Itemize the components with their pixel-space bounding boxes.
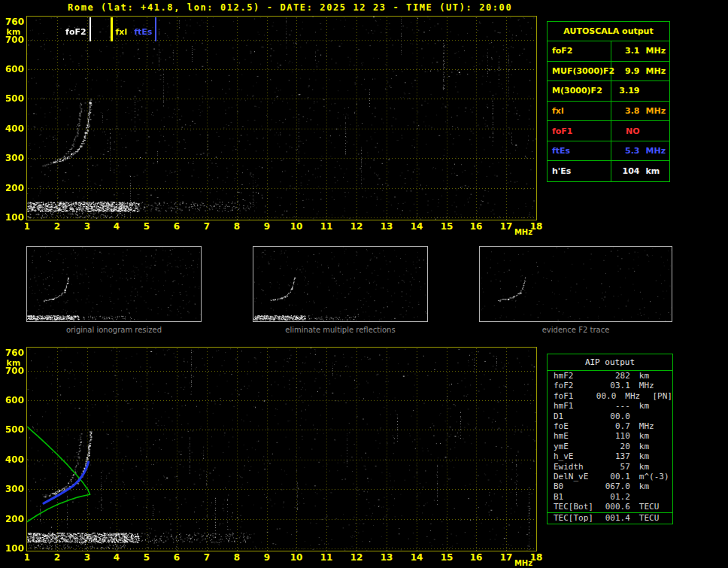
x-axis-tick-label-bottom: 2 [49, 552, 65, 563]
autoscala-row-ftEs: ftEs5.3MHz [548, 141, 669, 162]
x-axis-tick-label-bottom: 16 [468, 552, 484, 563]
aip-row-Ewidth: Ewidth57km [548, 462, 672, 472]
y-axis-tick-label-bottom: 300 [3, 484, 24, 494]
autoscala-row-foF1: foF1NO [548, 121, 669, 141]
aip-param-unit: TECU [639, 513, 672, 524]
aip-row-B0: B0067.0km [548, 481, 672, 491]
aip-row-tec-top: TEC[Top]001.4TECU [548, 513, 672, 524]
aip-param-name: B1 [554, 492, 604, 502]
aip-param-name: DelN_vE [554, 472, 604, 481]
aip-param-unit: km [639, 431, 672, 441]
y-axis-tick-label-bottom: 400 [3, 454, 24, 465]
aip-row-D1: D100.0 [548, 412, 672, 421]
thumbnail-f2-trace-caption: evidence F2 trace [479, 326, 672, 334]
aip-param-name: foF1 [554, 391, 595, 401]
autoscala-row-MUF(3000)F2: MUF(3000)F29.9MHz [548, 62, 669, 82]
foF2-marker-line [89, 17, 91, 41]
aip-row-tec-bot: TEC[Bot]000.6TECU [548, 502, 672, 512]
y-axis-tick-label-bottom: 500 [3, 424, 24, 435]
x-axis-tick-label-bottom: 1 [19, 552, 35, 563]
x-axis-tick-label-bottom: 10 [288, 552, 305, 563]
aip-param-flag: [PN] [653, 391, 673, 401]
aip-param-value: 00.1 [604, 472, 630, 481]
autoscala-row-foF2: foF23.1MHz [548, 41, 669, 62]
y-axis-unit-label-top: km [3, 27, 24, 37]
autoscala-value-unit: MHz [646, 66, 669, 76]
x-axis-tick-label-bottom: 3 [79, 552, 96, 563]
autoscala-value-number: 5.3 [613, 146, 640, 156]
autoscala-value-number: NO [613, 126, 640, 136]
aip-param-unit: m^(-3) [639, 472, 672, 481]
x-axis-unit-label-top: MHz [512, 228, 535, 236]
aip-param-unit: km [639, 481, 672, 491]
aip-param-unit: km [639, 451, 672, 461]
y-axis-tick-label-bottom: 760 [3, 348, 24, 358]
aip-param-value: 00.0 [595, 391, 616, 401]
autoscala-value-cell: 3.8MHz [611, 102, 669, 121]
aip-row-DelN_vE: DelN_vE00.1m^(-3) [548, 472, 672, 481]
aip-param-name: TEC[Bot] [554, 502, 604, 512]
aip-param-name: ymE [554, 442, 604, 451]
y-axis-tick-label-top: 600 [3, 64, 24, 74]
autoscala-table-title: AUTOSCALA output [548, 22, 669, 41]
x-axis-tick-label-bottom: 8 [229, 552, 245, 563]
aip-param-name: hmF2 [554, 371, 604, 381]
x-axis-tick-label-top: 11 [318, 221, 335, 232]
aip-row-B1: B101.2 [548, 492, 672, 502]
aip-param-unit: km [639, 401, 672, 411]
aip-param-name: B0 [554, 481, 604, 491]
aip-row-hmF1: hmF1---km [548, 401, 672, 411]
autoscala-value-number: 3.1 [613, 46, 640, 56]
x-axis-tick-label-top: 15 [438, 221, 455, 232]
autoscala-row-h'Es: h'Es104km [548, 161, 669, 181]
aip-param-name: h_vE [554, 451, 604, 461]
aip-row-foF2: foF203.1MHz [548, 381, 672, 390]
x-axis-tick-label-top: 8 [229, 221, 245, 232]
bottom-ionogram-canvas [27, 348, 536, 551]
y-axis-tick-label-bottom: 200 [3, 514, 24, 524]
aip-param-value: 000.6 [604, 502, 630, 512]
y-axis-unit-label-bottom: km [3, 358, 24, 368]
autoscala-value-cell: NO [611, 121, 669, 141]
autoscala-value-number: 3.19 [613, 86, 640, 96]
x-axis-tick-label-bottom: 4 [108, 552, 125, 563]
x-axis-tick-label-bottom: 14 [408, 552, 425, 563]
autoscala-value-cell: 9.9MHz [611, 62, 669, 81]
aip-rows-container: hmF2282kmfoF203.1MHzfoF100.0MHz[PN]hmF1-… [548, 371, 672, 524]
ftEs-marker-line [155, 17, 156, 41]
autoscala-value-number: 3.8 [613, 106, 640, 116]
x-axis-tick-label-top: 1 [19, 221, 35, 232]
autoscala-param-cell: M(3000)F2 [548, 81, 611, 101]
aip-table: AIP output hmF2282kmfoF203.1MHzfoF100.0M… [547, 354, 673, 524]
aip-param-name: Ewidth [554, 462, 604, 472]
autoscala-row-M(3000)F2: M(3000)F23.19 [548, 81, 669, 102]
aip-param-value: 001.4 [604, 513, 630, 524]
autoscala-table: AUTOSCALA output foF23.1MHzMUF(3000)F29.… [547, 21, 670, 182]
aip-param-name: hmF1 [554, 401, 604, 411]
aip-param-value: 282 [604, 371, 630, 381]
x-axis-tick-label-bottom: 12 [348, 552, 365, 563]
aip-param-value: 20 [604, 442, 630, 451]
x-axis-tick-label-top: 4 [108, 221, 125, 232]
autoscala-param-cell: MUF(3000)F2 [548, 62, 611, 81]
aip-param-name: TEC[Top] [554, 513, 604, 524]
aip-param-value: 067.0 [604, 481, 630, 491]
aip-param-unit: MHz [639, 421, 672, 431]
aip-param-value: 00.0 [604, 412, 630, 421]
x-axis-tick-label-bottom: 15 [438, 552, 455, 563]
x-axis-tick-label-top: 12 [348, 221, 365, 232]
autoscala-value-unit: MHz [646, 46, 669, 56]
aip-param-name: foF2 [554, 381, 604, 390]
x-axis-tick-label-top: 16 [468, 221, 484, 232]
x-axis-tick-label-top: 2 [49, 221, 65, 232]
x-axis-tick-label-bottom: 7 [199, 552, 215, 563]
autoscala-value-number: 9.9 [613, 66, 640, 76]
y-axis-tick-label-bottom: 600 [3, 395, 24, 405]
y-axis-tick-label-top: 300 [3, 153, 24, 163]
x-axis-unit-label-bottom: MHz [512, 559, 535, 567]
autoscala-value-number: 104 [613, 166, 640, 176]
x-axis-tick-label-bottom: 11 [318, 552, 335, 563]
x-axis-tick-label-bottom: 13 [378, 552, 395, 563]
y-axis-tick-label-top: 200 [3, 183, 24, 193]
x-axis-tick-label-top: 14 [408, 221, 425, 232]
